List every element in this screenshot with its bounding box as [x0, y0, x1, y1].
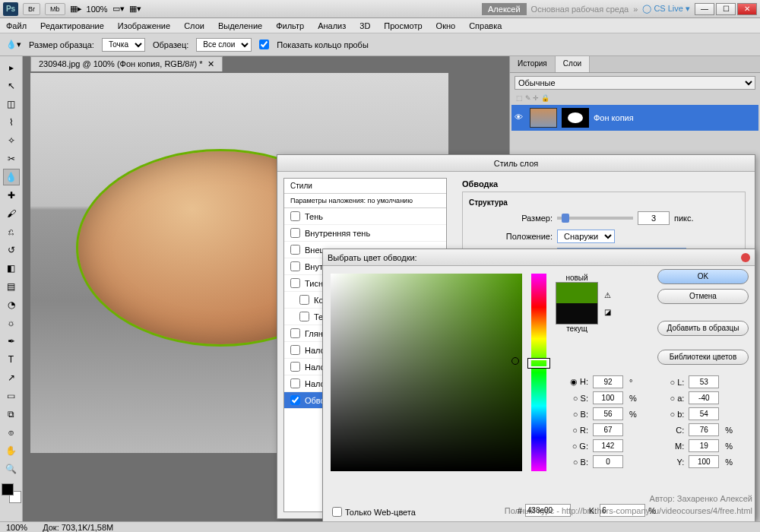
bridge-button[interactable]: Br: [23, 3, 40, 15]
minimize-button[interactable]: —: [695, 3, 714, 15]
menu-view[interactable]: Просмотр: [384, 21, 422, 30]
menu-file[interactable]: Файл: [6, 21, 27, 30]
s-input[interactable]: [593, 391, 623, 404]
menu-3d[interactable]: 3D: [359, 21, 370, 30]
menu-filter[interactable]: Фильтр: [276, 21, 304, 30]
y-label: Y:: [677, 458, 685, 467]
ok-button[interactable]: OK: [657, 269, 749, 284]
layer-thumbnail[interactable]: [530, 108, 557, 128]
position-select[interactable]: Снаружи: [557, 230, 615, 243]
add-swatch-button[interactable]: Добавить в образцы: [657, 321, 749, 336]
hand-tool[interactable]: ✋: [3, 442, 20, 459]
g-radio[interactable]: ○ G:: [572, 442, 588, 451]
filmstrip-icon[interactable]: ▦▸: [70, 4, 82, 14]
tab-close-icon[interactable]: ✕: [207, 59, 214, 69]
status-zoom[interactable]: 100%: [6, 523, 27, 532]
pen-tool[interactable]: ✒: [3, 333, 20, 350]
type-tool[interactable]: T: [3, 351, 20, 368]
l-input[interactable]: [689, 375, 719, 388]
zoom-tool[interactable]: 🔍: [3, 461, 20, 477]
menu-layers[interactable]: Слои: [184, 21, 204, 30]
close-button[interactable]: ✕: [737, 3, 757, 15]
tab-history[interactable]: История: [510, 56, 556, 72]
collapse-icon[interactable]: ▸: [3, 59, 20, 76]
style-shadow[interactable]: Тень: [284, 208, 446, 225]
gradient-tool[interactable]: ▤: [3, 278, 20, 295]
eyedropper-icon[interactable]: 💧▾: [6, 40, 21, 49]
web-only-checkbox[interactable]: [332, 507, 342, 517]
stamp-tool[interactable]: ⎌: [3, 223, 20, 240]
b-radio[interactable]: ○ B:: [573, 410, 588, 419]
3d-tool[interactable]: ⧉: [3, 406, 20, 423]
a-input[interactable]: [689, 391, 719, 404]
color-libs-button[interactable]: Библиотеки цветов: [657, 350, 749, 365]
history-brush-tool[interactable]: ↺: [3, 242, 20, 258]
r-radio[interactable]: ○ R:: [572, 426, 588, 435]
brush-tool[interactable]: 🖌: [3, 205, 20, 222]
bb-radio[interactable]: ○ B:: [573, 458, 588, 467]
shape-tool[interactable]: ▭: [3, 388, 20, 404]
crop-tool[interactable]: ✂: [3, 150, 20, 167]
g-input[interactable]: [593, 439, 623, 452]
eraser-tool[interactable]: ◧: [3, 260, 20, 277]
size-slider[interactable]: [557, 217, 633, 220]
wand-tool[interactable]: ✧: [3, 132, 20, 149]
sample-size-select[interactable]: Точка: [102, 38, 145, 52]
hex-input[interactable]: [525, 504, 571, 517]
close-icon[interactable]: [741, 253, 750, 262]
camera-tool[interactable]: ⌾: [3, 424, 20, 441]
zoom-level[interactable]: 100%: [87, 5, 108, 14]
lab-b-input[interactable]: [689, 407, 719, 420]
tab-layers[interactable]: Слои: [556, 56, 590, 72]
r-input[interactable]: [593, 423, 623, 436]
document-tab[interactable]: 230948.jpg @ 100% (Фон копия, RGB/8#) *✕: [30, 56, 223, 71]
layer-name: Фон копия: [594, 113, 634, 122]
blur-tool[interactable]: ◔: [3, 296, 20, 313]
c-input[interactable]: [689, 423, 719, 436]
m-input[interactable]: [689, 439, 719, 452]
menu-image[interactable]: Изображение: [118, 21, 170, 30]
lasso-tool[interactable]: ⌇: [3, 114, 20, 131]
s-radio[interactable]: ○ S:: [573, 394, 588, 403]
style-inner-shadow[interactable]: Внутренняя тень: [284, 225, 446, 242]
grid-icon[interactable]: ▦▾: [129, 4, 141, 14]
eyedropper-tool[interactable]: 💧: [3, 169, 20, 185]
h-radio[interactable]: ◉ H:: [570, 377, 588, 387]
hue-slider[interactable]: [531, 274, 546, 471]
lab-b-radio[interactable]: ○ b:: [670, 410, 684, 419]
cancel-button[interactable]: Отмена: [657, 289, 749, 304]
workspace-selector[interactable]: Основная рабочая среда: [531, 5, 629, 14]
path-tool[interactable]: ↗: [3, 369, 20, 386]
styles-header[interactable]: Стили: [284, 179, 446, 194]
marquee-tool[interactable]: ◫: [3, 96, 20, 112]
menu-analysis[interactable]: Анализ: [318, 21, 346, 30]
menu-help[interactable]: Справка: [469, 21, 502, 30]
bval-input[interactable]: [593, 407, 623, 420]
y-input[interactable]: [689, 455, 719, 468]
view-icon[interactable]: ▭▾: [112, 4, 125, 14]
menu-window[interactable]: Окно: [436, 21, 456, 30]
cslive-button[interactable]: ◯ CS Live ▾: [642, 4, 690, 14]
layer-mask-thumbnail[interactable]: [562, 108, 589, 128]
size-input[interactable]: [638, 211, 670, 225]
blend-mode-select[interactable]: Обычные: [515, 76, 755, 90]
l-radio[interactable]: ○ L:: [670, 378, 684, 387]
move-tool[interactable]: ↖: [3, 78, 20, 94]
sample-src-select[interactable]: Все слои: [196, 38, 252, 52]
bb-input[interactable]: [593, 455, 623, 468]
k-input[interactable]: [600, 504, 645, 517]
menu-select[interactable]: Выделение: [218, 21, 262, 30]
visibility-icon[interactable]: 👁: [515, 112, 525, 123]
menu-edit[interactable]: Редактирование: [40, 21, 104, 30]
color-wells[interactable]: [2, 483, 21, 503]
show-ring-checkbox[interactable]: [259, 40, 269, 49]
a-radio[interactable]: ○ a:: [670, 394, 684, 403]
maximize-button[interactable]: ☐: [716, 3, 736, 15]
minibridge-button[interactable]: Mb: [45, 3, 65, 15]
heal-tool[interactable]: ✚: [3, 187, 20, 204]
layer-row[interactable]: 👁 Фон копия: [511, 105, 758, 131]
color-field[interactable]: [331, 274, 522, 471]
h-input[interactable]: [593, 375, 623, 388]
blend-options[interactable]: Параметры наложения: по умолчанию: [284, 194, 446, 208]
dodge-tool[interactable]: ☼: [3, 315, 20, 331]
